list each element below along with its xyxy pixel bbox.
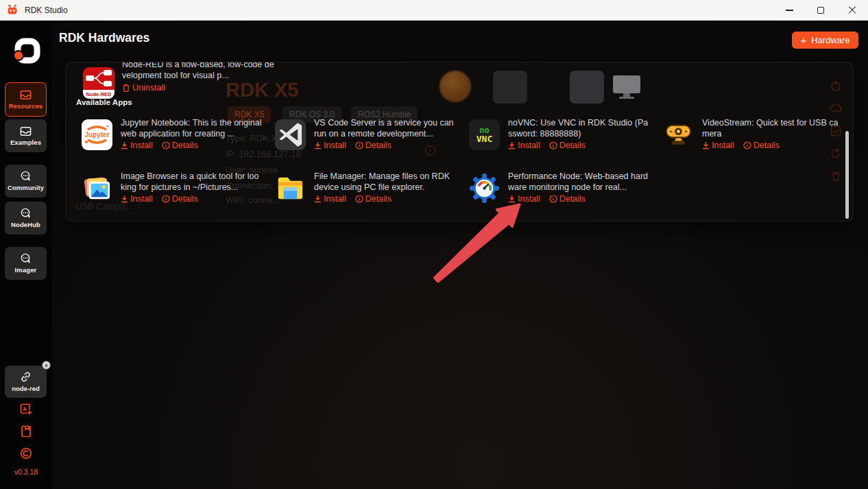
sidebar-item-resources[interactable]: Resources bbox=[5, 82, 47, 117]
app-card-filemanager: File Manager: Manage files on RDK device… bbox=[275, 171, 461, 213]
app-window: RDK Studio Resources bbox=[0, 0, 868, 489]
install-link-imagebrowser[interactable]: Install bbox=[121, 194, 153, 204]
sidebar-item-nodehub[interactable]: NodeHub bbox=[5, 202, 47, 235]
info-icon bbox=[162, 195, 170, 203]
window-controls bbox=[773, 0, 868, 21]
node-red-description: Node-RED is a flow-based, low-code devel… bbox=[122, 62, 274, 81]
rdk-studio-robot-icon bbox=[6, 4, 19, 16]
download-icon bbox=[314, 141, 322, 150]
install-link-filemanager[interactable]: Install bbox=[314, 194, 346, 204]
close-icon bbox=[848, 6, 856, 14]
install-link-videostream[interactable]: Install bbox=[702, 141, 734, 150]
install-label: Install bbox=[130, 194, 153, 204]
app-title: VideoStream: Quick test for USB camera bbox=[702, 118, 843, 139]
trash-icon bbox=[122, 84, 130, 93]
add-hardware-label: Hardware bbox=[811, 35, 849, 45]
background-hardware-title: RDK X5 bbox=[226, 79, 298, 102]
sidebar-item-examples[interactable]: Examples bbox=[5, 119, 47, 152]
close-button[interactable] bbox=[836, 0, 868, 21]
panel-scrollbar[interactable] bbox=[845, 131, 849, 219]
install-label: Install bbox=[324, 194, 346, 204]
uninstall-label: Uninstall bbox=[132, 83, 165, 93]
titlebar: RDK Studio bbox=[0, 0, 868, 21]
app-shell: Resources Examples Community bbox=[0, 21, 868, 489]
app-title: VS Code Server is a service you can run … bbox=[314, 118, 455, 139]
novnc-icon-label-bottom: VNC bbox=[477, 134, 492, 144]
available-apps-heading: Available Apps bbox=[76, 98, 132, 106]
details-label: Details bbox=[559, 141, 586, 150]
details-link-jupyter[interactable]: Details bbox=[162, 141, 198, 150]
chat-bubble-icon bbox=[20, 208, 32, 219]
info-icon bbox=[162, 141, 170, 150]
remove-pinned-app-button[interactable]: x bbox=[42, 361, 51, 370]
chat-bubble-icon bbox=[20, 253, 32, 264]
details-link-imagebrowser[interactable]: Details bbox=[162, 194, 198, 204]
jupyter-icon-label: Jupyter bbox=[82, 131, 112, 139]
install-link-jupyter[interactable]: Install bbox=[121, 141, 153, 150]
sidebar-item-label: Resources bbox=[9, 102, 43, 110]
webcam-glyph bbox=[663, 119, 694, 150]
details-link-novnc[interactable]: Details bbox=[549, 141, 586, 150]
details-link-vscode[interactable]: Details bbox=[355, 141, 391, 150]
details-label: Details bbox=[365, 194, 391, 204]
install-link-novnc[interactable]: Install bbox=[508, 141, 540, 150]
background-cloud-download-icon bbox=[830, 102, 842, 115]
details-link-videostream[interactable]: Details bbox=[743, 141, 780, 150]
install-link-vscode[interactable]: Install bbox=[314, 141, 346, 150]
details-label: Details bbox=[365, 141, 391, 150]
details-label: Details bbox=[754, 141, 780, 150]
app-title: Image Browser is a quick tool for lookin… bbox=[121, 171, 262, 193]
details-link-performance[interactable]: Details bbox=[549, 194, 586, 204]
background-trash-icon bbox=[830, 170, 842, 182]
app-card-jupyter: Jupyter Jupyter Notebook: This is the or… bbox=[82, 117, 268, 160]
app-card-vscode: VS Code Server is a service you can run … bbox=[275, 117, 461, 160]
maximize-button[interactable] bbox=[805, 0, 836, 21]
pinned-app-label: node-red bbox=[12, 385, 40, 392]
sidebar-item-community[interactable]: Community bbox=[5, 165, 47, 198]
vscode-logo bbox=[275, 119, 306, 150]
maximize-icon bbox=[817, 7, 824, 14]
app-card-videostream: VideoStream: Quick test for USB camera I… bbox=[663, 117, 849, 160]
sidebar-item-label: NodeHub bbox=[11, 221, 40, 228]
d-robotics-logo bbox=[12, 38, 40, 64]
apps-panel: RDK X5 RDK X5 RDK OS 3.0 ROS2 Humble Typ… bbox=[65, 62, 854, 222]
info-icon bbox=[549, 141, 557, 150]
app-version: v0.3.18 bbox=[0, 468, 52, 476]
sidebar-item-label: Community bbox=[8, 184, 44, 191]
uninstall-link-node-red[interactable]: Uninstall bbox=[122, 83, 165, 93]
performance-gauge-icon bbox=[469, 173, 500, 204]
sidebar-item-imager[interactable]: Imager bbox=[5, 247, 47, 280]
gear-gauge-glyph bbox=[469, 173, 500, 204]
app-title: noVNC: Use VNC in RDK Studio (Password: … bbox=[508, 118, 649, 139]
minimize-button[interactable] bbox=[773, 0, 805, 21]
app-card-novnc: no VNC noVNC: Use VNC in RDK Studio (Pas… bbox=[469, 117, 655, 160]
sidebar-item-label: Imager bbox=[15, 266, 37, 274]
install-label: Install bbox=[130, 141, 153, 150]
details-link-filemanager[interactable]: Details bbox=[355, 194, 391, 204]
install-link-performance[interactable]: Install bbox=[508, 194, 540, 204]
photos-glyph bbox=[82, 173, 112, 204]
pinned-app-node-red[interactable]: x node-red bbox=[5, 366, 47, 398]
link-icon bbox=[20, 371, 32, 383]
minimize-icon bbox=[786, 10, 793, 10]
sidebar-item-label: Examples bbox=[10, 139, 41, 146]
app-title: Performance Node: Web-based hardware mon… bbox=[508, 171, 649, 193]
install-label: Install bbox=[518, 141, 540, 150]
inbox-icon bbox=[20, 126, 32, 136]
background-power-icon bbox=[830, 80, 842, 92]
jupyter-icon: Jupyter bbox=[82, 119, 112, 150]
app-title: File Manager: Manage files on RDK device… bbox=[314, 171, 455, 193]
background-logo-thumbnail bbox=[439, 71, 471, 102]
details-label: Details bbox=[559, 194, 586, 204]
bookmark-icon[interactable] bbox=[19, 425, 33, 438]
novnc-icon-label-top: no bbox=[479, 126, 489, 134]
webcam-icon bbox=[663, 119, 694, 150]
add-hardware-button[interactable]: + Hardware bbox=[792, 32, 858, 49]
info-icon bbox=[549, 195, 557, 203]
info-icon bbox=[743, 141, 751, 150]
svg-text:A: A bbox=[23, 406, 27, 412]
download-icon bbox=[508, 195, 516, 203]
translate-add-icon[interactable]: A bbox=[19, 403, 33, 416]
copyright-icon[interactable] bbox=[19, 446, 33, 460]
download-icon bbox=[702, 141, 710, 150]
